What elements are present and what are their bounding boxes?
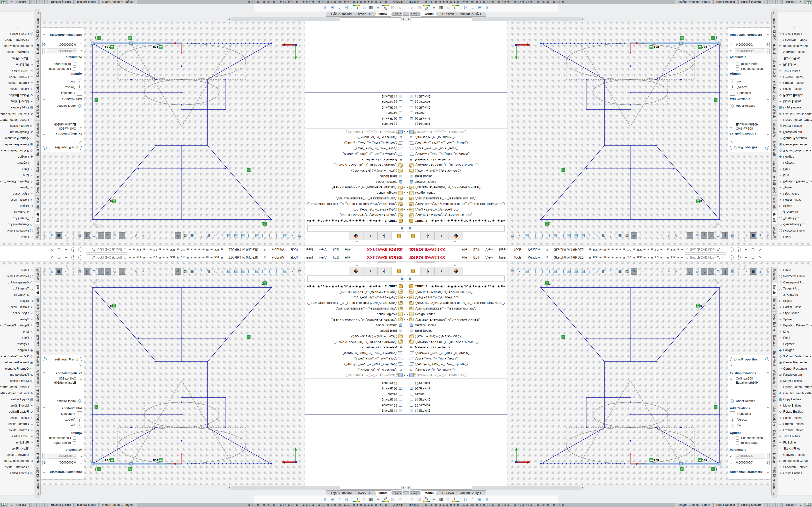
scroll-left-arrow[interactable]: ◀ — [402, 17, 406, 21]
tree-item-garbled-0[interactable]: ★◯ƧƼƎЖ♣∙Л◎ЛАΦ◯∘◯ΦАЛ◎Л∙♣ЖƎƼƧ◯ — [406, 289, 507, 294]
sketch-tool-centerpoint-arc[interactable]: ◠Centerpoint Arc — [0, 222, 35, 228]
tree-item-garbled-12[interactable]: ◯∙◎♣◯∗⊙Ι◯∘◯Ι⊙∗◯♣◎∙◯ — [406, 356, 507, 361]
minimize-button[interactable]: − — [63, 247, 70, 252]
tree-item-garbled-3[interactable]: ◉◯ƧƼ∙◎ƧƼИNƎЖƧƼ◯∘◯ƼƧЖƎNИƼƧ◎∙ƼƧ◯ — [305, 196, 406, 201]
toolbar-icon-30[interactable]: ◫ — [91, 269, 97, 275]
panel-splitter-handle[interactable] — [454, 241, 456, 242]
sketch-tool-linear-sketch-pattern[interactable]: ⠿Linear Sketch Pattern — [0, 117, 35, 123]
menu-insert[interactable]: Insert — [301, 255, 316, 260]
command-tab-mold-tools[interactable]: Mold Tools — [35, 103, 40, 120]
sketch-tool-rotate-entities[interactable]: ↻Rotate Entities — [777, 92, 812, 99]
search-box[interactable]: ◇ ▾ — [684, 255, 726, 260]
sketch-tool-fit-spline[interactable]: ∿Fit Spline — [0, 439, 35, 446]
sketch-tool-scale-entities[interactable]: ↕Scale Entities — [0, 86, 35, 93]
tree-item--sketch4[interactable]: (-) Sketch4 — [406, 99, 507, 105]
sketch-tool-polygon[interactable]: ◆Polygon — [777, 154, 812, 160]
command-tab-data-migration[interactable]: Data Migration — [35, 428, 40, 451]
tab-configuration-manager[interactable]: ⌖ — [363, 232, 377, 240]
relation-collinear108[interactable]: Collinear108 — [736, 126, 768, 130]
bottom-toolbar-icon-3[interactable]: ≡ — [374, 6, 382, 10]
sketch-tool-center-rectangle[interactable]: ▣Center Rectangle — [777, 359, 812, 366]
toolbar-icon-28[interactable]: ∿ — [105, 269, 111, 275]
toolbar-icon-34[interactable]: ▾ — [743, 269, 749, 275]
tree-item-garbled-2[interactable]: ▥◯ƧƼ♣ƎЖƧƼ◯ИN◎∙♣ƆCƎЖЦƎЖƧƼ◯∘◯ƼƧЖƎЦЖƎCƆ♣∙◎N… — [305, 300, 406, 306]
tree-item-root[interactable]: TЯPDL2. ◉ ƎЖ ◉ Ш ◉ ◉ ◉ ♣ ◉ ƆC ◉ ƎЖ ◉ + ◉… — [305, 218, 406, 224]
search-input[interactable] — [96, 248, 122, 252]
toolbar-icon-13[interactable]: ◧ — [600, 232, 607, 238]
tree-item--sketch5[interactable]: (-) Sketch5 — [406, 397, 507, 402]
sketch-tool-scale-entities[interactable]: ↕Scale Entities — [0, 415, 35, 421]
menu-insert[interactable]: Insert — [301, 247, 316, 252]
tab-appearances[interactable] — [349, 232, 363, 240]
toolbar-icon-23[interactable]: ✎ — [666, 232, 672, 238]
sketch-tool-move-entities[interactable]: +Move Entities — [777, 99, 812, 105]
bottom-toolbar-icon-3[interactable]: ≡ — [430, 6, 438, 10]
sketch-tool-copy-entities[interactable]: ▤Copy Entities — [0, 396, 35, 403]
command-tab-sketch[interactable]: Sketch — [35, 211, 40, 224]
tree-item--sketch2[interactable]: (-) Sketch2 — [305, 386, 406, 391]
minimize-button[interactable]: − — [63, 255, 70, 260]
custom-toolbar-button[interactable]: Custom▴ — [782, 503, 804, 507]
toolbar-icon-11[interactable]: ↓ — [586, 269, 593, 275]
tree-item-solid-bodies[interactable]: Solid Bodies — [406, 328, 507, 333]
sketch-tool-fit-spline[interactable]: ∿Fit Spline — [0, 62, 35, 68]
tree-item-garbled-5[interactable]: ▶A◯ƧƼИN◎∙♣A♣◎ИNА◯∘◯АNИ◎♣A♣∙◎NИƼƧ◯ — [305, 185, 406, 190]
tree-item-garbled-2[interactable]: ▥◯ƧƼ♣ƎЖƧƼ◯ИN◎∙♣ƆCƎЖЦƎЖƧƼ◯∘◯ƼƧЖƎЦЖƎCƆ♣∙◎N… — [406, 300, 507, 306]
sketch-tool-move-entities[interactable]: +Move Entities — [0, 99, 35, 105]
sketch-tool-circle[interactable]: ◌Circle — [0, 234, 35, 240]
bottom-toolbar-icon-4[interactable]: ▦ — [367, 497, 374, 501]
toolbar-icon-31[interactable]: ╫ — [722, 232, 728, 238]
close-button[interactable]: ✕ — [48, 255, 55, 260]
sketch-tool-point[interactable]: ▪Point — [777, 335, 812, 341]
tree-item-solid-bodies[interactable]: Solid Bodies — [305, 328, 406, 333]
bottom-toolbar-icon-5[interactable]: ⇅ — [445, 6, 452, 10]
toolbar-icon-21[interactable]: ✕ — [652, 269, 658, 275]
bottom-toolbar-icon-8[interactable]: ◎ — [343, 6, 350, 10]
toolbar-icon-28[interactable]: ∿ — [701, 232, 707, 238]
bottom-toolbar-icon-11[interactable]: ⊛ — [321, 497, 329, 501]
existing-relations-header[interactable]: Existing Relations⌃ — [728, 131, 771, 137]
doc-tab-3d-views[interactable]: 3D Views — [436, 490, 458, 495]
tree-item--sketch6[interactable]: (-) Sketch6 — [305, 408, 406, 413]
toolbar-icon-29[interactable]: • — [98, 269, 104, 275]
horizontal-scrollbar[interactable]: ◀ ▶ — [406, 17, 585, 21]
tab-appearances[interactable] — [349, 267, 363, 275]
user-account-icon[interactable] — [78, 248, 83, 252]
tree-item-garbled-5[interactable]: ▶A◯ƧƼИN◎∙♣A♣◎ИNА◯∘◯АNИ◎♣A♣∙◎NИƼƧ◯ — [305, 317, 406, 322]
length-parameter-field[interactable] — [47, 454, 77, 457]
toolbar-icon-17[interactable]: ▨ — [624, 269, 630, 275]
command-tab--[interactable]: ... — [35, 9, 40, 16]
tree-item-sketch3[interactable]: Sketch3 — [406, 110, 507, 116]
tree-item-surface-bodies[interactable]: Surface Bodies — [406, 179, 507, 185]
relations-listbox[interactable]: Collinear108Equal length109 — [735, 376, 769, 397]
tab-nav-button-3[interactable]: ⏭ — [392, 12, 395, 16]
toolbar-icon-32[interactable]: ▦ — [729, 232, 735, 238]
existing-relations-header[interactable]: Existing Relations⌃ — [41, 131, 84, 137]
toolbar-icon-28[interactable]: ∿ — [701, 269, 707, 275]
toolbar-icon-16[interactable]: ▣ — [617, 232, 623, 238]
checkbox[interactable] — [73, 68, 76, 71]
search-input[interactable] — [690, 256, 716, 260]
command-tab-direct-editing[interactable]: Direct Editing — [35, 174, 40, 195]
sketch-tool-mirror-entities[interactable]: ◫Mirror Entities — [777, 123, 812, 129]
add-relation-fix[interactable]: ⌖Fix — [41, 422, 84, 428]
command-tab-markup[interactable]: Markup — [772, 42, 777, 56]
options-header[interactable]: Options⌃ — [728, 71, 771, 77]
toolbar-icon-9[interactable] — [233, 232, 240, 238]
sketch-tool-circular-sketch-pattern[interactable]: ⊛Circular Sketch Pattern — [777, 390, 812, 396]
ok-button[interactable]: ✓ — [41, 138, 84, 145]
command-tab-weldments[interactable]: Weldments — [772, 120, 777, 139]
sketch-tool-sketch-fillet[interactable]: ◝Sketch Fillet — [0, 446, 35, 452]
toolbar-icon-29[interactable]: • — [98, 232, 104, 238]
command-tab-mesh-modeling[interactable]: Mesh Modeling — [772, 404, 777, 428]
toolbar-icon-22[interactable]: A — [659, 269, 665, 275]
length-spinner[interactable]: ▲▼ — [42, 49, 46, 54]
add-relations-header[interactable]: Add Relations⌃ — [728, 96, 771, 102]
toolbar-icon-5[interactable] — [261, 232, 268, 238]
toolbar-icon-36[interactable]: ● — [49, 232, 55, 238]
tree-item--sketch1[interactable]: (-) Sketch1 — [305, 380, 406, 386]
relations-listbox[interactable]: Collinear108Equal length109 — [735, 110, 769, 131]
angle-parameter-field[interactable] — [47, 461, 77, 464]
tree-item-garbled-11[interactable]: ◯♣ИN◎∙+◯∗⊙Ι◯∘◯Ι⊙∗◯+∙◎NИ♣◯ — [305, 151, 406, 157]
tree-item--sketch5[interactable]: (-) Sketch5 — [305, 105, 406, 110]
